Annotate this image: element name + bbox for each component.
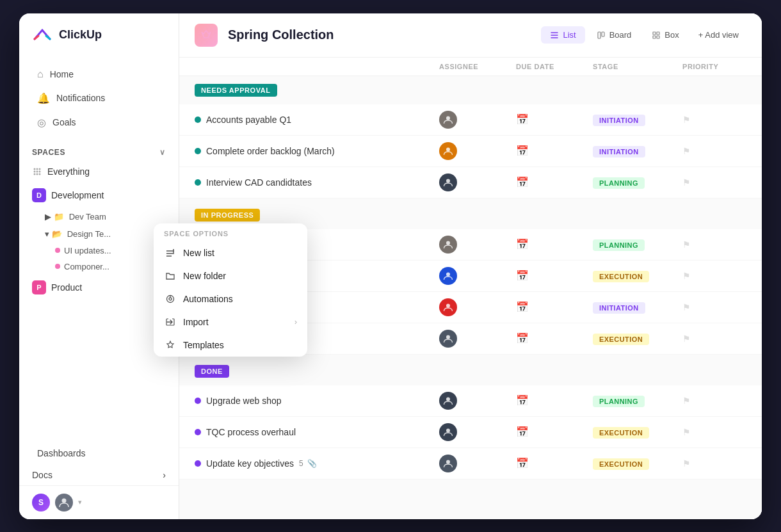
task-assignee	[439, 236, 516, 254]
svg-point-22	[446, 303, 450, 307]
svg-point-26	[446, 460, 450, 463]
svg-point-3	[36, 170, 38, 172]
automations-label: Automations	[183, 294, 233, 304]
tab-board[interactable]: Board	[588, 26, 641, 44]
task-assignee	[439, 455, 516, 472]
svg-point-4	[39, 168, 41, 170]
everything-label: Everything	[47, 166, 90, 177]
table-row[interactable]: Complete order backlog (March) 📅 INITIAT…	[179, 136, 762, 167]
assignee-avatar	[439, 111, 457, 129]
sidebar-item-docs[interactable]: Docs ›	[19, 465, 179, 485]
table-row[interactable]: TQC process overhaul 📅 EXECUTION ⚑	[179, 417, 762, 448]
automations-left: Automations	[164, 294, 233, 304]
priority-flag: ⚑	[682, 427, 746, 437]
task-assignee	[439, 111, 516, 129]
stage-badge: PLANNING	[593, 177, 645, 189]
templates-left: Templates	[164, 340, 224, 350]
new-list-left: New list	[164, 248, 214, 258]
priority-flag: ⚑	[682, 334, 746, 344]
dropdown-item-import[interactable]: Import ›	[154, 310, 307, 334]
table-row[interactable]: Upgrade web shop 📅 PLANNING ⚑	[179, 385, 762, 417]
task-name: TQC process overhaul	[195, 427, 439, 437]
tab-box[interactable]: Box	[643, 26, 688, 44]
svg-point-6	[34, 173, 36, 175]
spaces-chevron-icon[interactable]: ∨	[159, 148, 166, 157]
sidebar-item-dev-team[interactable]: ▶ 📁 Dev Team	[19, 208, 179, 225]
due-date-cell: 📅	[516, 301, 593, 313]
dropdown-item-automations[interactable]: Automations	[154, 287, 307, 310]
due-date-cell: 📅	[516, 238, 593, 250]
stage-badge: INITIATION	[593, 146, 645, 157]
svg-point-23	[446, 335, 450, 339]
dropdown-item-templates[interactable]: Templates	[154, 334, 307, 357]
ui-updates-label: UI updates...	[64, 246, 111, 255]
sidebar-item-dashboards[interactable]: Dashboards	[24, 442, 173, 464]
sidebar-item-goals[interactable]: ◎ Goals	[24, 111, 173, 134]
assignee-avatar	[439, 330, 457, 348]
attach-count: 5	[299, 459, 303, 468]
section-needs-approval: NEEDS APPROVAL	[179, 76, 762, 104]
task-label: Upgrade web shop	[206, 396, 282, 406]
svg-rect-12	[602, 32, 604, 36]
sidebar-item-everything[interactable]: Everything	[19, 161, 179, 182]
svg-point-25	[446, 428, 450, 432]
development-dot: D	[32, 188, 46, 202]
add-view-button[interactable]: + Add view	[691, 26, 746, 44]
table-row[interactable]: Interview CAD candidtates 📅 PLANNING ⚑	[179, 167, 762, 198]
assignee-avatar	[439, 423, 457, 441]
spaces-header: Spaces ∨	[19, 140, 179, 161]
assignee-avatar	[439, 455, 457, 472]
tab-list[interactable]: List	[541, 26, 584, 44]
task-assignee	[439, 267, 516, 285]
view-tabs: List Board Box + Add view	[541, 26, 746, 44]
components-label: Componer...	[64, 262, 109, 271]
attachment-icon: 📎	[307, 459, 317, 468]
stage-badge: EXECUTION	[593, 458, 649, 470]
assignee-avatar	[439, 142, 457, 160]
stage-badge: PLANNING	[593, 396, 645, 407]
priority-flag: ⚑	[682, 458, 746, 469]
bell-icon: 🔔	[37, 92, 50, 104]
col-stage: STAGE	[593, 63, 682, 70]
task-label: Interview CAD candidtates	[206, 177, 312, 188]
svg-point-9	[62, 498, 67, 503]
sidebar-item-home[interactable]: ⌂ Home	[24, 63, 173, 86]
svg-point-17	[446, 116, 450, 120]
home-label: Home	[50, 69, 74, 79]
task-assignee	[439, 173, 516, 191]
dropdown-item-new-list[interactable]: New list	[154, 241, 307, 264]
due-date-cell: 📅	[516, 394, 593, 407]
task-name: Accounts payable Q1	[195, 115, 439, 125]
sidebar-item-development[interactable]: D Development	[19, 183, 179, 207]
task-dot	[195, 117, 201, 123]
table-row[interactable]: Update key objectives 5 📎 📅 EXECUTION ⚑	[179, 448, 762, 480]
stage-badge: PLANNING	[593, 239, 645, 251]
task-assignee	[439, 392, 516, 410]
task-dot	[195, 148, 201, 154]
stage-badge: EXECUTION	[593, 271, 649, 282]
svg-point-5	[39, 170, 41, 172]
svg-point-1	[36, 168, 38, 170]
col-task	[195, 63, 439, 70]
box-tab-label: Box	[664, 30, 679, 40]
table-row[interactable]: Accounts payable Q1 📅 INITIATION ⚑	[179, 104, 762, 136]
task-dot	[195, 429, 201, 435]
sidebar-item-notifications[interactable]: 🔔 Notifications	[24, 86, 173, 110]
goals-icon: ◎	[37, 117, 46, 129]
priority-flag: ⚑	[682, 302, 746, 312]
stage-badge: INITIATION	[593, 115, 645, 126]
dropdown-item-new-folder[interactable]: New folder	[154, 264, 307, 287]
dashboards-label: Dashboards	[37, 448, 86, 458]
svg-rect-16	[657, 36, 659, 38]
col-assignee: ASSIGNEE	[439, 63, 516, 70]
new-list-label: New list	[183, 248, 214, 258]
table-header: ASSIGNEE DUE DATE STAGE PRIORITY	[179, 58, 762, 76]
import-arrow-icon: ›	[294, 318, 297, 326]
user-avatar-s: S	[32, 494, 50, 512]
col-due-date: DUE DATE	[516, 63, 593, 70]
priority-flag: ⚑	[682, 239, 746, 250]
development-label: Development	[51, 190, 104, 200]
section-badge-in-progress: IN PROGRESS	[195, 209, 260, 222]
user-dropdown-icon[interactable]: ▾	[78, 498, 82, 506]
section-done: DONE	[179, 355, 762, 385]
